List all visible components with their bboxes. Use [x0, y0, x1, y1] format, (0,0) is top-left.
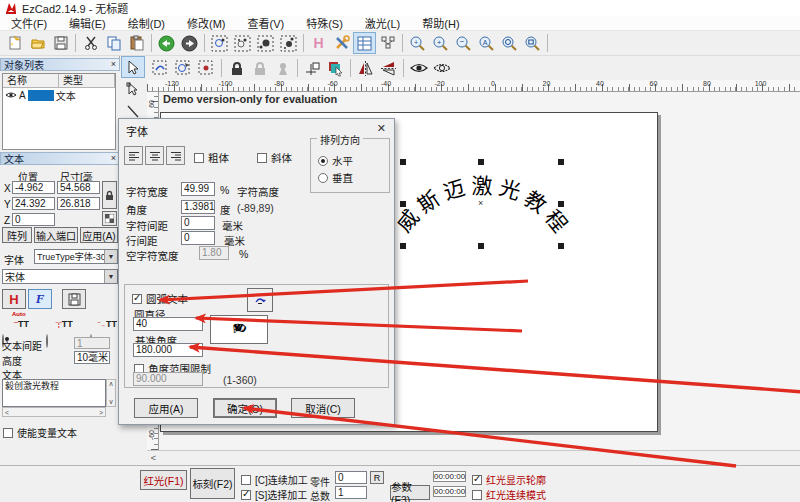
arc-preview-button[interactable]: ABCD [210, 315, 268, 344]
save-file-button[interactable] [49, 32, 72, 54]
unlock-button[interactable] [271, 57, 294, 79]
mark-button[interactable]: 标刻(F2) [190, 468, 235, 499]
base-angle-field[interactable]: 180.000 [133, 343, 203, 357]
circle-text-checkbox[interactable]: 圆弧文本 [132, 291, 188, 306]
column-type[interactable]: 类型 [59, 74, 115, 88]
close-icon[interactable]: × [111, 154, 116, 163]
params-button[interactable]: 参数(F3) [390, 485, 430, 500]
height-field[interactable]: 10毫米 [74, 351, 110, 364]
vertical-radio[interactable]: 垂直 [318, 170, 353, 185]
aspect-lock-button[interactable] [102, 181, 117, 209]
font-style-button[interactable]: F [28, 289, 52, 309]
display-dots-1-button[interactable] [208, 32, 231, 54]
close-icon[interactable]: × [111, 60, 116, 69]
open-file-button[interactable] [26, 32, 49, 54]
menu-item[interactable]: 激光(L) [354, 15, 411, 31]
object-row[interactable]: A 文本 [3, 88, 115, 102]
red-light-button[interactable]: 红光(F1) [140, 470, 187, 490]
z-position-field[interactable]: 0 [12, 213, 55, 226]
input-port-button[interactable]: 输入端口 [34, 227, 78, 243]
char-width-field[interactable]: 49.99 [181, 182, 215, 196]
mirror-vertical-button[interactable] [377, 57, 400, 79]
redo-button[interactable] [178, 32, 201, 54]
text-vscrollbar[interactable]: ∧∨ [106, 379, 116, 407]
object-browser-button[interactable] [376, 32, 399, 54]
canvas-hscrollbar[interactable]: < [147, 450, 800, 464]
mirror-horizontal-button[interactable] [354, 57, 377, 79]
space-width-field[interactable]: 1.80 [199, 246, 229, 260]
zoom-window-button[interactable]: + [406, 32, 429, 54]
align-left-button[interactable] [124, 146, 143, 165]
dialog-close-icon[interactable]: ✕ [377, 122, 386, 135]
params-table-button[interactable] [353, 32, 376, 54]
lock-button[interactable] [225, 57, 248, 79]
scroll-left-icon[interactable]: < [147, 451, 160, 464]
x-position-field[interactable]: -4.962 [12, 181, 55, 194]
red-continuous-checkbox[interactable]: 红光连续模式 [472, 487, 546, 502]
font-name-combo[interactable]: 宋体 ▼ [2, 269, 118, 284]
scroll-left-icon[interactable]: < [5, 409, 9, 416]
select-tool-button[interactable] [121, 56, 145, 78]
copy-button[interactable] [102, 32, 125, 54]
checkbox-box[interactable] [3, 428, 13, 438]
continuous-mode-checkbox[interactable]: [C]连续加工 [241, 472, 308, 487]
hatch-text-button[interactable]: H [2, 289, 26, 309]
part-count-field[interactable]: 0 [335, 471, 367, 484]
selection-handle[interactable] [478, 159, 484, 165]
lock-disabled-button[interactable] [248, 57, 271, 79]
char-space-field[interactable]: 0 [181, 216, 215, 230]
show-preview-button[interactable] [407, 57, 430, 79]
menu-item[interactable]: 文件(F) [0, 15, 58, 31]
zoom-in-button[interactable]: + [429, 32, 452, 54]
cut-button[interactable] [79, 32, 102, 54]
zoom-out-button[interactable]: − [452, 32, 475, 54]
display-dots-3-button[interactable] [254, 32, 277, 54]
deselect-button[interactable] [195, 57, 218, 79]
menu-item[interactable]: 特殊(S) [295, 15, 354, 31]
new-file-button[interactable] [3, 32, 26, 54]
italic-checkbox[interactable]: 斜体 [257, 150, 292, 165]
bring-cursor-button[interactable] [324, 57, 347, 79]
scroll-right-icon[interactable]: > [99, 409, 103, 416]
text-direction-toggle-button[interactable] [247, 288, 273, 312]
menu-item[interactable]: 修改(M) [176, 15, 237, 31]
apply-button[interactable]: 应用(A) [80, 227, 118, 243]
anchor-grid-button[interactable] [102, 211, 117, 226]
dialog-apply-button[interactable]: 应用(A) [134, 398, 198, 418]
selection-handle[interactable] [558, 159, 564, 165]
menu-item[interactable]: 帮助(H) [411, 15, 470, 31]
display-dots-2-button[interactable] [231, 32, 254, 54]
y-size-field[interactable]: 26.818 [57, 197, 100, 210]
scroll-down-icon[interactable]: ∨ [108, 398, 113, 406]
reset-part-button[interactable]: R [370, 471, 384, 484]
undo-button[interactable] [155, 32, 178, 54]
horizontal-radio[interactable]: 水平 [318, 153, 353, 168]
select-all-button[interactable] [149, 57, 172, 79]
system-params-button[interactable] [330, 32, 353, 54]
x-size-field[interactable]: 54.568 [57, 181, 100, 194]
menu-item[interactable]: 查看(V) [237, 15, 296, 31]
paste-button[interactable] [125, 32, 148, 54]
menu-item[interactable]: 编辑(E) [58, 15, 117, 31]
scroll-up-icon[interactable]: ∧ [108, 380, 113, 388]
selection-handle[interactable] [400, 201, 406, 207]
text-spacing-field[interactable]: 1 [74, 337, 110, 349]
invert-select-button[interactable] [172, 57, 195, 79]
zoom-page-button[interactable] [521, 32, 544, 54]
object-color-swatch[interactable] [28, 90, 54, 101]
zoom-all-button[interactable]: A [475, 32, 498, 54]
column-name[interactable]: 名称 [3, 74, 59, 88]
diameter-field[interactable]: 40 [133, 317, 203, 331]
align-right-button[interactable] [166, 146, 185, 165]
array-button[interactable]: 阵列 [2, 227, 32, 243]
selection-handle[interactable] [558, 201, 564, 207]
selection-handle[interactable] [478, 243, 484, 249]
node-edit-tool-button[interactable] [121, 78, 145, 100]
hatch-button[interactable]: H [307, 32, 330, 54]
chevron-down-icon[interactable]: ▼ [104, 270, 117, 283]
selection-handle[interactable] [558, 243, 564, 249]
line-space-field[interactable]: 0 [181, 231, 215, 245]
angle-field[interactable]: 1.39811 [181, 200, 215, 214]
selection-handle[interactable] [400, 243, 406, 249]
chevron-down-icon[interactable]: ▼ [104, 250, 117, 263]
